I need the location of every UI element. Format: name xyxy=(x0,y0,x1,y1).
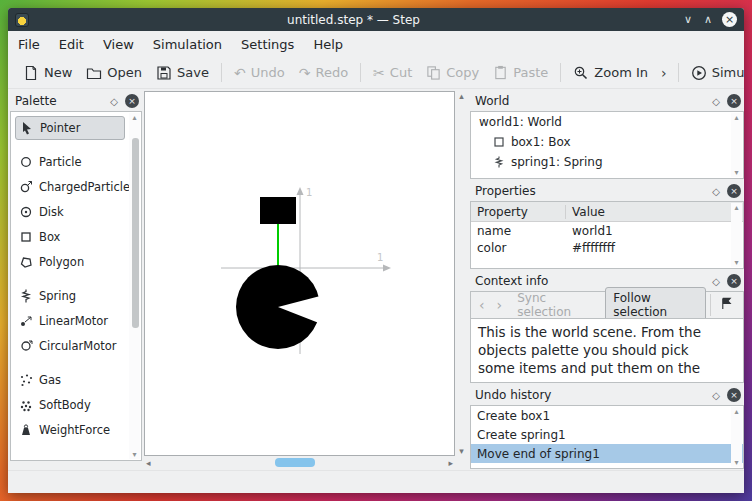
simulate-button[interactable]: Simulate ▾ xyxy=(684,62,744,84)
menu-view[interactable]: View xyxy=(103,37,134,52)
cut-button[interactable]: ✂ Cut xyxy=(366,62,419,83)
scroll-up-icon[interactable]: ▴ xyxy=(734,113,738,122)
scroll-down-icon[interactable]: ▾ xyxy=(734,258,738,267)
scroll-up-icon[interactable]: ▴ xyxy=(734,203,738,212)
toolbar-separator xyxy=(360,63,361,82)
forward-button[interactable]: › xyxy=(493,297,507,313)
properties-scrollbar[interactable]: ▴ ▾ xyxy=(731,203,742,267)
scroll-left-icon[interactable]: ◂ xyxy=(146,458,151,468)
close-panel-icon[interactable]: × xyxy=(727,274,741,288)
box1-object[interactable] xyxy=(260,197,296,224)
world-canvas: 1 1 ▴ ▾ ◂ ▸ xyxy=(144,91,468,469)
float-panel-icon[interactable]: ◇ xyxy=(110,96,118,107)
close-panel-icon[interactable]: × xyxy=(125,94,139,108)
close-panel-icon[interactable]: × xyxy=(727,388,741,402)
undo-item-move-end-of-spring1[interactable]: Move end of spring1 xyxy=(471,444,743,463)
main-area: Palette ◇ × Pointer Particle Ch xyxy=(8,89,744,470)
context-info-toolbar: ‹ › Sync selection Follow selection xyxy=(470,291,744,318)
palette-item-box[interactable]: Box xyxy=(15,225,125,249)
bookmark-icon[interactable] xyxy=(710,294,739,316)
back-button[interactable]: ‹ xyxy=(475,297,489,313)
scroll-down-icon[interactable]: ▾ xyxy=(132,450,136,459)
palette-title: Palette xyxy=(15,94,110,108)
undo-button[interactable]: ↶ Undo xyxy=(227,62,292,83)
copy-button[interactable]: Copy xyxy=(419,62,486,83)
save-button[interactable]: Save xyxy=(149,62,216,84)
float-panel-icon[interactable]: ◇ xyxy=(712,186,720,197)
float-panel-icon[interactable]: ◇ xyxy=(712,276,720,287)
close-panel-icon[interactable]: × xyxy=(727,94,741,108)
undo-item-create-spring1[interactable]: Create spring1 xyxy=(471,425,743,444)
tree-item-box1[interactable]: box1: Box xyxy=(471,132,743,152)
sync-selection-button[interactable]: Sync selection xyxy=(510,288,601,322)
column-value[interactable]: Value xyxy=(566,205,605,219)
scroll-up-icon[interactable]: ▴ xyxy=(132,113,136,122)
palette-item-circularmotor[interactable]: CircularMotor xyxy=(15,334,125,358)
close-button[interactable]: × xyxy=(722,12,737,27)
palette-item-particle[interactable]: Particle xyxy=(15,150,125,174)
world-panel: World ◇ × world1: World box1: Box spring… xyxy=(470,91,744,179)
undo-history-list: Create box1 Create spring1 Move end of s… xyxy=(470,405,744,469)
menu-edit[interactable]: Edit xyxy=(59,37,84,52)
circular-motor-icon xyxy=(19,339,33,353)
column-property[interactable]: Property xyxy=(471,205,566,219)
world-tree: world1: World box1: Box spring1: Spring … xyxy=(470,111,744,179)
tree-item-spring1[interactable]: spring1: Spring xyxy=(471,152,743,172)
zoom-in-button[interactable]: Zoom In xyxy=(566,62,655,84)
palette-list: Pointer Particle ChargedParticle Disk xyxy=(10,111,142,461)
palette-item-weightforce[interactable]: WeightForce xyxy=(15,418,125,442)
toolbar: New Open Save ↶ Undo ↷ Redo ✂ Cut Copy xyxy=(8,57,744,89)
scene-view[interactable]: 1 1 xyxy=(144,91,455,456)
scroll-right-icon[interactable]: ▸ xyxy=(448,458,453,468)
close-panel-icon[interactable]: × xyxy=(727,184,741,198)
scroll-down-icon[interactable]: ▾ xyxy=(459,446,464,456)
toolbar-separator xyxy=(560,63,561,82)
toolbar-overflow-button[interactable]: › xyxy=(655,63,673,83)
open-button[interactable]: Open xyxy=(79,62,149,84)
palette-item-disk[interactable]: Disk xyxy=(15,200,125,224)
scrollbar-thumb[interactable] xyxy=(275,458,315,467)
canvas-horizontal-scrollbar[interactable]: ◂ ▸ xyxy=(144,456,455,469)
float-panel-icon[interactable]: ◇ xyxy=(712,390,720,401)
scroll-up-icon[interactable]: ▴ xyxy=(459,91,464,101)
world-scrollbar[interactable]: ▴ ▾ xyxy=(731,113,742,177)
undo-history-scrollbar[interactable]: ▴ ▾ xyxy=(731,407,742,467)
menu-file[interactable]: File xyxy=(18,37,40,52)
paste-button[interactable]: Paste xyxy=(486,62,555,83)
redo-button[interactable]: ↷ Redo xyxy=(292,62,355,83)
pointer-icon xyxy=(20,121,34,135)
copy-label: Copy xyxy=(446,65,479,80)
menu-help[interactable]: Help xyxy=(313,37,343,52)
toolbar-separator xyxy=(678,63,679,82)
property-row-color[interactable]: color #ffffffff xyxy=(471,239,743,256)
tree-item-world1[interactable]: world1: World xyxy=(471,112,743,132)
float-panel-icon[interactable]: ◇ xyxy=(712,96,720,107)
cut-label: Cut xyxy=(390,65,412,80)
palette-item-linearmotor[interactable]: LinearMotor xyxy=(15,309,125,333)
new-button[interactable]: New xyxy=(16,62,79,84)
palette-item-pointer[interactable]: Pointer xyxy=(15,116,125,140)
maximize-button[interactable]: ∧ xyxy=(698,13,718,26)
palette-scrollbar-thumb[interactable] xyxy=(132,138,139,328)
weight-force-icon xyxy=(19,423,33,437)
menu-settings[interactable]: Settings xyxy=(241,37,294,52)
palette-item-spring[interactable]: Spring xyxy=(15,284,125,308)
polygon-icon xyxy=(19,255,33,269)
scroll-down-icon[interactable]: ▾ xyxy=(734,168,738,177)
menu-simulation[interactable]: Simulation xyxy=(153,37,222,52)
palette-item-gas[interactable]: Gas xyxy=(15,368,125,392)
palette-item-polygon[interactable]: Polygon xyxy=(15,250,125,274)
cut-icon: ✂ xyxy=(373,66,385,80)
titlebar[interactable]: untitled.step * — Step ∨ ∧ × xyxy=(8,8,744,31)
undo-item-create-box1[interactable]: Create box1 xyxy=(471,406,743,425)
context-info-text: This is the world scene. From the object… xyxy=(470,318,744,383)
minimize-button[interactable]: ∨ xyxy=(678,13,698,26)
canvas-vertical-scrollbar[interactable]: ▴ ▾ xyxy=(455,91,468,456)
paste-label: Paste xyxy=(513,65,548,80)
palette-item-softbody[interactable]: SoftBody xyxy=(15,393,125,417)
property-row-name[interactable]: name world1 xyxy=(471,222,743,239)
scroll-up-icon[interactable]: ▴ xyxy=(734,407,738,416)
palette-item-chargedparticle[interactable]: ChargedParticle xyxy=(15,175,125,199)
scene-svg[interactable]: 1 1 xyxy=(145,92,453,454)
scroll-down-icon[interactable]: ▾ xyxy=(734,458,738,467)
